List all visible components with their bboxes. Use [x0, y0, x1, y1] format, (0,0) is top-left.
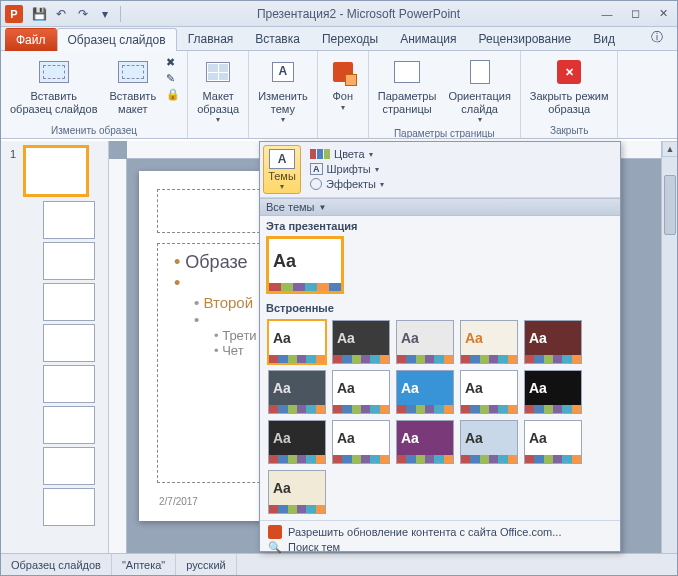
theme-swatch	[333, 355, 389, 363]
insert-slide-master-button[interactable]: Вставить образец слайдов	[5, 53, 102, 118]
theme-item[interactable]: Aa	[396, 420, 454, 464]
theme-swatch	[333, 405, 389, 413]
tab-insert[interactable]: Вставка	[244, 27, 311, 50]
enable-office-content-item[interactable]: Разрешить обновление контента с сайта Of…	[260, 521, 620, 543]
layout-thumbnail[interactable]	[43, 406, 95, 444]
ribbon-help-button[interactable]: ⓘ	[645, 25, 669, 50]
section-this-presentation: Эта презентация	[260, 216, 620, 234]
theme-item[interactable]: Aa	[268, 470, 326, 514]
label: Шрифты	[327, 163, 371, 175]
theme-item[interactable]: Aa	[460, 320, 518, 364]
effects-button[interactable]: Эффекты	[307, 177, 387, 191]
group-label: Закрыть	[525, 124, 614, 138]
status-view[interactable]: Образец слайдов	[1, 554, 112, 575]
background-button[interactable]: Фон	[322, 53, 364, 115]
browse-themes-item[interactable]: 🔍 Поиск тем	[260, 543, 620, 551]
delete-button[interactable]: ✖	[163, 55, 183, 70]
master-thumbnail[interactable]: 1	[25, 147, 87, 195]
theme-swatch	[397, 355, 453, 363]
theme-item[interactable]: Aa	[268, 420, 326, 464]
group-label: Изменить образец	[5, 124, 183, 138]
tab-slide-master[interactable]: Образец слайдов	[57, 28, 177, 51]
theme-item[interactable]: Aa	[524, 320, 582, 364]
app-icon: P	[5, 5, 23, 23]
colors-button[interactable]: Цвета	[307, 147, 387, 161]
tab-animation[interactable]: Анимация	[389, 27, 467, 50]
scroll-thumb[interactable]	[664, 175, 676, 235]
status-language[interactable]: русский	[176, 554, 236, 575]
tab-view[interactable]: Вид	[582, 27, 626, 50]
tab-home[interactable]: Главная	[177, 27, 245, 50]
save-button[interactable]: 💾	[29, 4, 49, 24]
ribbon-tabs: Файл Образец слайдов Главная Вставка Пер…	[1, 27, 677, 51]
status-bar: Образец слайдов "Аптека" русский	[1, 553, 677, 575]
layout-thumbnail[interactable]	[43, 283, 95, 321]
tab-review[interactable]: Рецензирование	[468, 27, 583, 50]
date-placeholder[interactable]: 2/7/2017	[159, 496, 198, 507]
qat-customize-button[interactable]: ▾	[95, 4, 115, 24]
theme-item[interactable]: Aa	[460, 420, 518, 464]
change-theme-button[interactable]: A Изменить тему	[253, 53, 313, 127]
close-master-view-button[interactable]: ✕ Закрыть режим образца	[525, 53, 614, 118]
theme-item[interactable]: Aa	[524, 420, 582, 464]
theme-preview-text: Aa	[333, 321, 389, 355]
orientation-button[interactable]: Ориентация слайда	[443, 53, 515, 127]
maximize-button[interactable]: ◻	[621, 5, 649, 23]
theme-item[interactable]: Aa	[268, 238, 342, 292]
theme-preview-text: Aa	[397, 371, 453, 405]
undo-button[interactable]: ↶	[51, 4, 71, 24]
label: Макет образца	[197, 90, 239, 115]
close-button[interactable]: ✕	[649, 5, 677, 23]
rename-icon: ✎	[166, 72, 175, 85]
theme-preview-text: Aa	[461, 321, 517, 355]
tab-file[interactable]: Файл	[5, 28, 57, 51]
fonts-button[interactable]: A Шрифты	[307, 162, 387, 176]
theme-item[interactable]: Aa	[396, 370, 454, 414]
layout-thumbnail[interactable]	[43, 242, 95, 280]
theme-item[interactable]: Aa	[460, 370, 518, 414]
insert-layout-button[interactable]: Вставить макет	[104, 53, 161, 118]
theme-item[interactable]: Aa	[268, 320, 326, 364]
theme-preview-text: Aa	[269, 371, 325, 405]
layout-thumbnail[interactable]	[43, 365, 95, 403]
theme-preview-text: Aa	[461, 421, 517, 455]
group-label	[192, 135, 244, 138]
page-setup-button[interactable]: Параметры страницы	[373, 53, 442, 118]
minimize-button[interactable]: —	[593, 5, 621, 23]
layout-thumbnail[interactable]	[43, 447, 95, 485]
theme-swatch	[397, 405, 453, 413]
master-layout-button[interactable]: Макет образца	[192, 53, 244, 127]
rename-button[interactable]: ✎	[163, 71, 183, 86]
scroll-up-icon[interactable]: ▲	[662, 141, 677, 157]
all-themes-bar[interactable]: Все темы ▼	[260, 198, 620, 216]
theme-swatch	[269, 283, 341, 291]
label: Поиск тем	[288, 541, 340, 553]
vertical-scrollbar[interactable]: ▲	[661, 141, 677, 553]
fonts-icon: A	[310, 163, 323, 175]
theme-item[interactable]: Aa	[396, 320, 454, 364]
label: Темы	[268, 170, 296, 182]
gallery-this-presentation: Aa	[260, 234, 620, 298]
preserve-button[interactable]: 🔒	[163, 87, 183, 102]
layout-thumbnail[interactable]	[43, 324, 95, 362]
theme-item[interactable]: Aa	[332, 320, 390, 364]
theme-swatch	[397, 455, 453, 463]
themes-gallery-panel: A Темы Цвета A Шрифты Эффекты Все темы ▼…	[259, 141, 621, 552]
theme-preview-text: Aa	[525, 421, 581, 455]
background-icon	[327, 56, 359, 88]
theme-item[interactable]: Aa	[524, 370, 582, 414]
label: Вставить образец слайдов	[10, 90, 97, 115]
theme-item[interactable]: Aa	[332, 370, 390, 414]
theme-item[interactable]: Aa	[332, 420, 390, 464]
layout-thumbnail[interactable]	[43, 488, 95, 526]
status-theme[interactable]: "Аптека"	[112, 554, 176, 575]
layout-thumbnail[interactable]	[43, 201, 95, 239]
themes-panel-header: A Темы Цвета A Шрифты Эффекты	[260, 142, 620, 198]
orientation-icon	[464, 56, 496, 88]
themes-button[interactable]: A Темы	[263, 145, 301, 194]
tab-transitions[interactable]: Переходы	[311, 27, 389, 50]
theme-item[interactable]: Aa	[268, 370, 326, 414]
redo-button[interactable]: ↷	[73, 4, 93, 24]
group-label	[253, 135, 313, 138]
colors-icon	[310, 149, 330, 159]
